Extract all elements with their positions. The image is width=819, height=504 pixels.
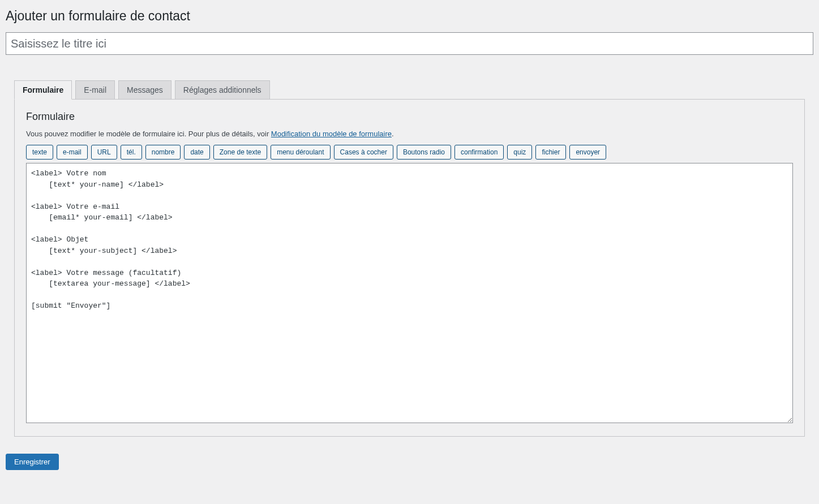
tag-button-url[interactable]: URL	[91, 145, 117, 160]
tag-button-tel[interactable]: tél.	[121, 145, 142, 160]
tag-button-quiz[interactable]: quiz	[507, 145, 532, 160]
tab-messages[interactable]: Messages	[118, 80, 171, 100]
tabs-nav: Formulaire E-mail Messages Réglages addi…	[14, 80, 805, 99]
help-prefix: Vous pouvez modifier le modèle de formul…	[26, 130, 271, 138]
tag-button-confirmation[interactable]: confirmation	[454, 145, 504, 160]
tab-email[interactable]: E-mail	[75, 80, 115, 100]
tag-button-date[interactable]: date	[184, 145, 209, 160]
tag-button-email[interactable]: e-mail	[57, 145, 88, 160]
form-panel: Formulaire Vous pouvez modifier le modèl…	[14, 99, 805, 437]
save-button[interactable]: Enregistrer	[6, 454, 59, 470]
page-title: Ajouter un formulaire de contact	[6, 6, 813, 32]
tag-button-dropdown[interactable]: menu déroulant	[271, 145, 330, 160]
help-link[interactable]: Modification du modèle de formulaire	[271, 130, 392, 138]
tab-additional-settings[interactable]: Réglages additionnels	[175, 80, 270, 100]
tag-button-radio[interactable]: Boutons radio	[397, 145, 451, 160]
tag-buttons-row: texte e-mail URL tél. nombre date Zone d…	[26, 145, 793, 160]
tag-button-checkbox[interactable]: Cases à cocher	[334, 145, 393, 160]
form-title-input[interactable]	[6, 32, 813, 55]
tag-button-texte[interactable]: texte	[26, 145, 53, 160]
help-text: Vous pouvez modifier le modèle de formul…	[26, 130, 793, 138]
tag-button-submit[interactable]: envoyer	[569, 145, 606, 160]
form-template-textarea[interactable]	[26, 163, 793, 423]
tab-formulaire[interactable]: Formulaire	[14, 80, 72, 100]
tag-button-textarea[interactable]: Zone de texte	[213, 145, 267, 160]
tag-button-file[interactable]: fichier	[535, 145, 566, 160]
help-suffix: .	[392, 130, 394, 138]
tag-button-nombre[interactable]: nombre	[145, 145, 181, 160]
section-heading: Formulaire	[26, 111, 793, 123]
